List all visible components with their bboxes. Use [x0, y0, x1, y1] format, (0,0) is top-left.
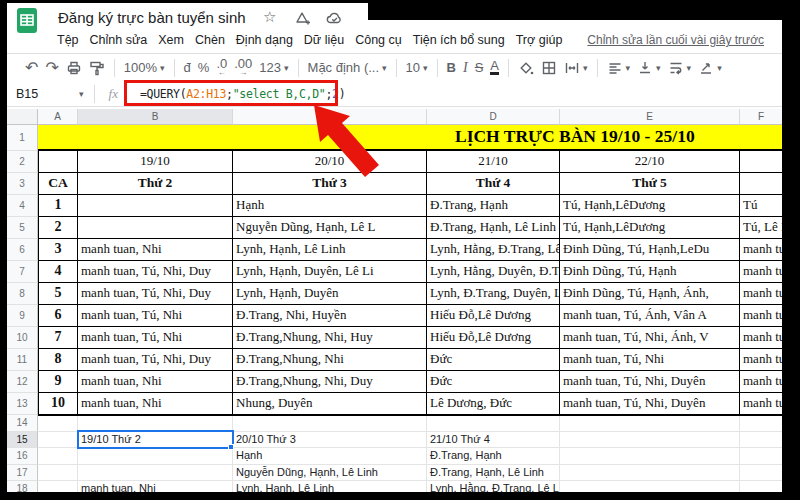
cell-d2[interactable]: 21/10 [427, 151, 560, 173]
star-icon[interactable]: ☆ [263, 8, 276, 26]
cell-f[interactable] [740, 448, 783, 465]
row-header[interactable]: 15 [7, 432, 38, 449]
font-size-select[interactable]: 10▾ [406, 60, 428, 75]
menu-item[interactable]: Tiện ích bổ sung [413, 33, 505, 47]
cell-mon[interactable] [78, 195, 233, 217]
cell-a[interactable] [38, 448, 78, 465]
cell-mon[interactable]: manh tuan, Tú, Nhi [78, 327, 233, 349]
cell-d[interactable]: 21/10 Thứ 4 [427, 432, 560, 449]
menu-item[interactable]: Định dạng [236, 33, 293, 47]
italic-button[interactable]: I [463, 60, 468, 76]
row-header[interactable]: 3 [7, 173, 38, 195]
row-header[interactable]: 8 [7, 283, 38, 305]
cell-wed[interactable]: Lynh, Hằng, Duyên, Đ.Tr [427, 261, 560, 283]
cell-tue[interactable]: Đ.Trang, Nhi, Huyền [233, 305, 427, 327]
cell-c3[interactable]: Thứ 3 [233, 173, 427, 195]
column-header[interactable]: B [78, 109, 233, 125]
cell-mon[interactable]: manh tuan, Nhi [78, 239, 233, 261]
column-header[interactable]: A [38, 109, 78, 125]
text-rotation-button[interactable]: ▾ [698, 60, 722, 76]
row-header[interactable]: 5 [7, 217, 38, 239]
cell-thu[interactable]: Đinh Dũng, Tú, Hạnh [560, 261, 740, 283]
increase-decimal-button[interactable]: .00→ [234, 59, 252, 77]
bold-button[interactable]: B [447, 60, 456, 75]
percent-format-button[interactable]: % [198, 60, 210, 75]
cell-tue[interactable]: Lynh, Hạnh, Duyên [233, 283, 427, 305]
cell-thu[interactable]: Tú, Hạnh,LêDương [560, 195, 740, 217]
cell-ca[interactable]: 7 [38, 327, 78, 349]
cell-wed[interactable]: Đ.Trang, Hạnh, Lê Linh [427, 217, 560, 239]
cell-wed[interactable]: Đức [427, 371, 560, 393]
row-header[interactable]: 10 [7, 327, 38, 349]
cell-wed[interactable]: Lynh, Đ.Trang, Duyên, L [427, 283, 560, 305]
column-header[interactable]: D [427, 109, 560, 125]
cell-tue[interactable]: Đ.Trang,Nhung, Nhi [233, 349, 427, 371]
text-wrap-button[interactable]: ▾ [668, 60, 692, 76]
row-header[interactable]: 17 [7, 465, 38, 482]
row-header[interactable]: 9 [7, 305, 38, 327]
cell-mon[interactable]: manh tuan, Nhi [78, 393, 233, 415]
cell-wed[interactable]: Đ.Trang, Hạnh [427, 195, 560, 217]
cloud-saved-icon[interactable] [326, 11, 344, 29]
cell-fri[interactable]: manh tua [740, 283, 783, 305]
cell-c2[interactable]: 20/10 [233, 151, 427, 173]
cell-ca[interactable]: 1 [38, 195, 78, 217]
banner-cell[interactable]: LỊCH TRỰC BÀN 19/10 - 25/10 [38, 125, 783, 151]
cell-e[interactable] [560, 415, 740, 432]
cell-mon[interactable]: manh tuan, Tú, Nhi, Duy [78, 261, 233, 283]
row-header[interactable]: 13 [7, 393, 38, 415]
cell-d[interactable]: Đ.Trang, Hạnh, Lê Linh [427, 465, 560, 482]
cell-e3[interactable]: Thứ 5 [560, 173, 740, 195]
cell-thu[interactable]: manh tuan, Tú, Nhi, Duyên [560, 371, 740, 393]
cell-b2[interactable]: 19/10 [78, 151, 233, 173]
cell-thu[interactable]: Tú, Hạnh,LêDương [560, 217, 740, 239]
cell-e[interactable] [560, 465, 740, 482]
horizontal-align-button[interactable]: ▾ [607, 60, 631, 76]
cell-tue[interactable]: Hạnh [233, 195, 427, 217]
cell-fri[interactable]: manh tua [740, 327, 783, 349]
cell-tue[interactable]: Nguyễn Dũng, Hạnh, Lê L [233, 217, 427, 239]
cell-b3[interactable]: Thứ 2 [78, 173, 233, 195]
more-formats-button[interactable]: 123▾ [259, 60, 288, 75]
cell-wed[interactable]: Lê Dương, Đức [427, 393, 560, 415]
column-header[interactable]: C [233, 109, 427, 125]
cell-d[interactable]: Đ.Trang, Hạnh [427, 448, 560, 465]
cell-a[interactable] [38, 432, 78, 449]
cell-tue[interactable]: Lynh, Hạnh, Lê Linh [233, 239, 427, 261]
cell-f3[interactable] [740, 173, 783, 195]
cell-fri[interactable]: manh tua [740, 393, 783, 415]
last-edit-link[interactable]: Chỉnh sửa lần cuối vài giây trước [587, 33, 764, 47]
cell-ca[interactable]: 5 [38, 283, 78, 305]
cell-c[interactable] [233, 415, 427, 432]
cell-mon[interactable] [78, 217, 233, 239]
zoom-select[interactable]: 100%▾ [124, 60, 165, 75]
menu-item[interactable]: Dữ liệu [304, 33, 344, 47]
cell-f[interactable] [740, 465, 783, 482]
cell-b[interactable] [78, 448, 233, 465]
cell-fri[interactable]: manh tua [740, 239, 783, 261]
cell-wed[interactable]: Hiếu Đỗ,Lê Dương [427, 305, 560, 327]
row-header[interactable]: 1 [7, 125, 38, 151]
cell-f2[interactable] [740, 151, 783, 173]
redo-button[interactable]: ↷ [45, 60, 58, 76]
decrease-decimal-button[interactable]: .0← [216, 59, 227, 77]
menu-item[interactable]: Chỉnh sửa [90, 33, 148, 47]
cell-fri[interactable]: Tú [740, 195, 783, 217]
cell-thu[interactable]: manh tuan, Tú, Nhi, Duyên [560, 393, 740, 415]
menu-item[interactable]: Tệp [57, 33, 79, 47]
cell-thu[interactable]: manh tuan, Tú, Nhi [560, 349, 740, 371]
cell-wed[interactable]: Đức [427, 349, 560, 371]
cell-a[interactable] [38, 415, 78, 432]
cell-ca[interactable]: 4 [38, 261, 78, 283]
menu-item[interactable]: Xem [158, 33, 184, 47]
row-header[interactable]: 14 [7, 415, 38, 432]
cell-ca[interactable]: 3 [38, 239, 78, 261]
row-header[interactable]: 2 [7, 151, 38, 173]
drive-shortcut-icon[interactable] [295, 11, 311, 30]
cell-fri[interactable]: manh tua [740, 305, 783, 327]
cell-c[interactable]: Hạnh [233, 448, 427, 465]
cell-fri[interactable]: Tú, Lê L [740, 217, 783, 239]
menu-item[interactable]: Trợ giúp [516, 33, 563, 47]
cell-fri[interactable]: manh tua [740, 371, 783, 393]
paint-format-button[interactable] [89, 60, 105, 76]
